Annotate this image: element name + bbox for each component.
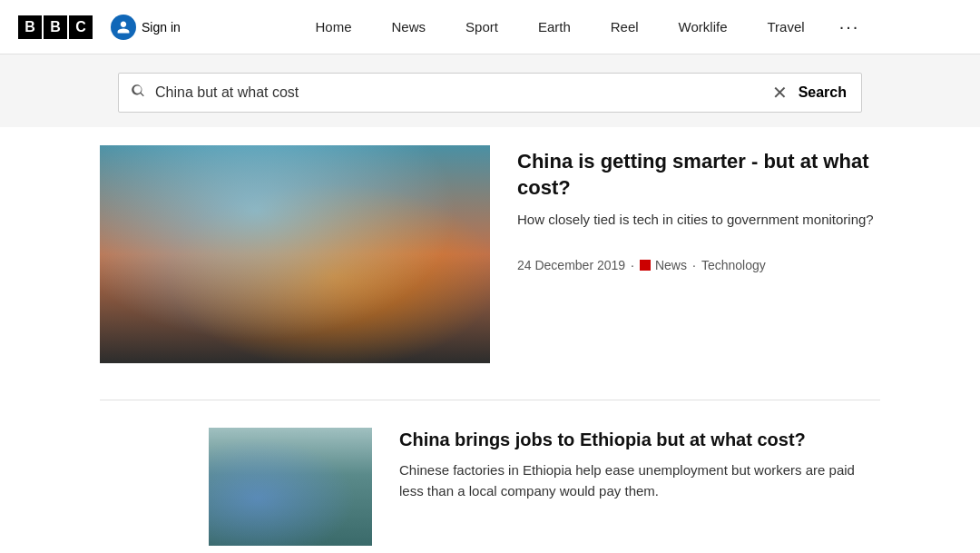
article-tag-1[interactable]: Technology (701, 258, 766, 272)
meta-sep-2: · (692, 258, 696, 272)
article-image-1[interactable] (100, 145, 490, 363)
article-news-label-1[interactable]: News (655, 258, 687, 272)
sign-in-label: Sign in (142, 20, 181, 35)
article-card-1: China is getting smarter - but at what c… (100, 145, 880, 363)
article-content-2: China brings jobs to Ethiopia but at wha… (399, 428, 880, 501)
search-input[interactable] (155, 84, 765, 101)
nav-item-worklife[interactable]: Worklife (659, 0, 748, 54)
article-content-1: China is getting smarter - but at what c… (517, 145, 880, 272)
search-icon (130, 83, 146, 104)
article-date-1: 24 December 2019 (517, 258, 625, 272)
sign-in-button[interactable]: Sign in (111, 15, 181, 40)
nav-more-button[interactable]: ··· (825, 0, 875, 54)
clear-search-button[interactable]: ✕ (765, 82, 795, 104)
article-image-sim-2 (209, 428, 372, 546)
article-title-1[interactable]: China is getting smarter - but at what c… (517, 149, 880, 201)
news-badge-1: News (640, 258, 687, 272)
bbc-logo-b2: B (44, 15, 67, 39)
sign-in-icon (111, 15, 136, 40)
article-card-2: China brings jobs to Ethiopia but at wha… (100, 428, 880, 546)
site-header: B B C Sign in Home News Sport Earth Reel… (0, 0, 980, 54)
search-bar-container: ✕ Search (0, 54, 980, 127)
news-dot-icon (640, 260, 651, 271)
bbc-logo[interactable]: B B C (18, 15, 93, 39)
search-bar: ✕ Search (118, 73, 862, 113)
bbc-logo-c: C (69, 15, 93, 39)
search-icon-svg (130, 83, 146, 99)
article-image-2[interactable] (209, 428, 372, 546)
article-divider (100, 400, 880, 400)
meta-sep-1: · (631, 258, 634, 272)
nav-item-home[interactable]: Home (296, 0, 372, 54)
nav-item-travel[interactable]: Travel (748, 0, 825, 54)
article-meta-1: 24 December 2019 · News · Technology (517, 258, 880, 272)
article-desc-2: Chinese factories in Ethiopia help ease … (399, 460, 880, 501)
nav-item-reel[interactable]: Reel (591, 0, 659, 54)
article-image-sim-1 (100, 145, 490, 363)
nav-item-sport[interactable]: Sport (446, 0, 518, 54)
search-submit-button[interactable]: Search (795, 84, 850, 101)
article-title-2[interactable]: China brings jobs to Ethiopia but at wha… (399, 428, 880, 451)
bbc-logo-b1: B (18, 15, 42, 39)
article-desc-1: How closely tied is tech in cities to go… (517, 210, 880, 231)
main-nav: Home News Sport Earth Reel Worklife Trav… (208, 0, 962, 54)
user-icon (116, 20, 131, 35)
nav-item-news[interactable]: News (372, 0, 446, 54)
search-results: China is getting smarter - but at what c… (82, 127, 898, 553)
nav-item-earth[interactable]: Earth (518, 0, 591, 54)
